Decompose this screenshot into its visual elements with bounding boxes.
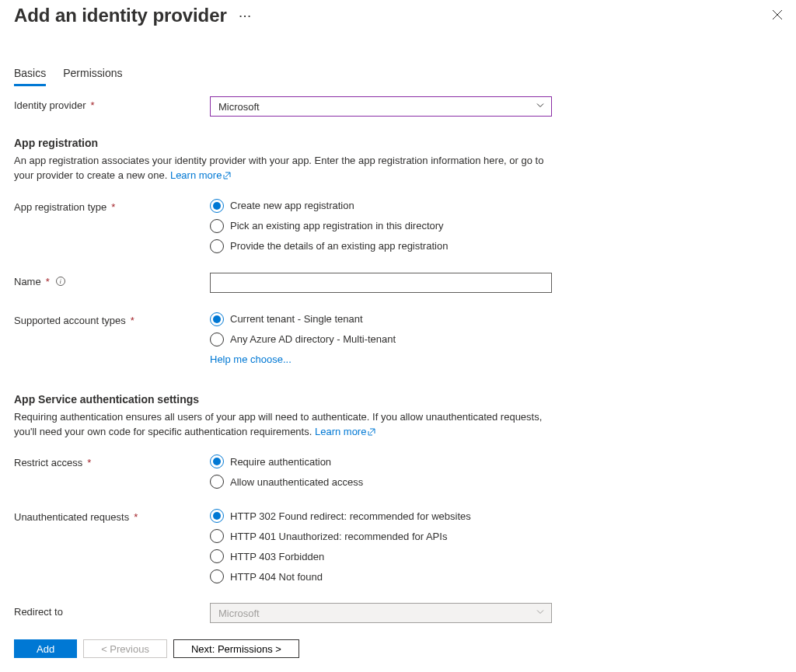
radio-icon — [210, 219, 224, 233]
radio-require-auth[interactable]: Require authentication — [210, 454, 363, 469]
field-app-registration-type: App registration type* Create new app re… — [14, 198, 782, 254]
field-identity-provider: Identity provider* Microsoft — [14, 96, 782, 117]
radio-provide-details[interactable]: Provide the details of an existing app r… — [210, 239, 448, 254]
name-label: Name* i — [14, 273, 210, 287]
radio-allow-unauth[interactable]: Allow unauthenticated access — [210, 474, 363, 489]
auth-settings-heading: App Service authentication settings — [14, 393, 782, 406]
required-marker: * — [87, 457, 91, 468]
tabs: Basics Permissions — [14, 67, 782, 85]
link-text: Learn more — [315, 426, 366, 437]
radio-label: Pick an existing app registration in thi… — [230, 220, 444, 232]
field-name: Name* i — [14, 273, 782, 293]
radio-http-404[interactable]: HTTP 404 Not found — [210, 569, 471, 584]
add-button[interactable]: Add — [14, 639, 77, 658]
external-link-icon — [368, 426, 375, 440]
radio-icon — [210, 569, 224, 583]
radio-icon — [210, 454, 224, 468]
select-value: Microsoft — [218, 101, 260, 113]
close-button[interactable] — [766, 5, 788, 26]
radio-single-tenant[interactable]: Current tenant - Single tenant — [210, 312, 396, 327]
app-registration-heading: App registration — [14, 137, 782, 149]
supported-account-types-label: Supported account types* — [14, 312, 210, 326]
required-marker: * — [111, 201, 115, 213]
link-text: Learn more — [170, 169, 222, 181]
label-text: Name — [14, 276, 41, 287]
redirect-to-select: Microsoft — [210, 603, 552, 623]
supported-account-types-radios: Current tenant - Single tenant Any Azure… — [210, 312, 396, 365]
tab-basics[interactable]: Basics — [14, 67, 46, 86]
label-text: Redirect to — [14, 606, 63, 618]
select-value: Microsoft — [218, 608, 260, 619]
radio-label: Allow unauthenticated access — [230, 476, 363, 488]
radio-icon — [210, 199, 224, 213]
radio-icon — [210, 529, 224, 543]
chevron-down-icon — [536, 101, 545, 113]
radio-label: HTTP 403 Forbidden — [230, 551, 324, 562]
learn-more-link-auth[interactable]: Learn more — [315, 426, 375, 437]
radio-icon — [210, 333, 224, 346]
learn-more-link-app-reg[interactable]: Learn more — [170, 169, 231, 181]
radio-icon — [210, 239, 224, 253]
field-restrict-access: Restrict access* Require authentication … — [14, 454, 782, 489]
radio-icon — [210, 509, 224, 523]
label-text: App registration type — [14, 201, 106, 213]
radio-label: Any Azure AD directory - Multi-tenant — [230, 333, 396, 345]
dialog-add-identity-provider: Add an identity provider ··· Basics Perm… — [0, 0, 796, 672]
radio-label: Current tenant - Single tenant — [230, 313, 363, 325]
radio-multi-tenant[interactable]: Any Azure AD directory - Multi-tenant — [210, 332, 396, 347]
radio-icon — [210, 312, 224, 326]
radio-label: Create new app registration — [230, 200, 354, 211]
previous-button: < Previous — [83, 639, 167, 658]
identity-provider-select[interactable]: Microsoft — [210, 96, 552, 117]
radio-label: Provide the details of an existing app r… — [230, 240, 448, 252]
desc-text: An app registration associates your iden… — [14, 155, 543, 181]
radio-label: HTTP 302 Found redirect: recommended for… — [230, 510, 471, 522]
required-marker: * — [91, 99, 95, 111]
label-text: Unauthenticated requests — [14, 511, 129, 523]
field-unauthenticated-requests: Unauthenticated requests* HTTP 302 Found… — [14, 508, 782, 584]
restrict-access-label: Restrict access* — [14, 454, 210, 468]
radio-http-401[interactable]: HTTP 401 Unauthorized: recommended for A… — [210, 528, 471, 544]
app-registration-type-label: App registration type* — [14, 198, 210, 213]
radio-label: Require authentication — [230, 456, 331, 468]
page-title: Add an identity provider — [14, 5, 227, 26]
desc-text: Requiring authentication ensures all use… — [14, 411, 542, 437]
required-marker: * — [134, 511, 138, 523]
close-icon — [772, 9, 783, 23]
app-registration-type-radios: Create new app registration Pick an exis… — [210, 198, 448, 254]
external-link-icon — [223, 169, 231, 184]
tab-permissions[interactable]: Permissions — [63, 67, 122, 86]
dialog-header: Add an identity provider ··· — [14, 0, 782, 26]
redirect-to-label: Redirect to — [14, 603, 210, 618]
auth-settings-desc: Requiring authentication ensures all use… — [14, 410, 558, 440]
radio-create-new[interactable]: Create new app registration — [210, 198, 448, 214]
radio-http-302[interactable]: HTTP 302 Found redirect: recommended for… — [210, 508, 471, 524]
restrict-access-radios: Require authentication Allow unauthentic… — [210, 454, 363, 489]
unauthenticated-requests-radios: HTTP 302 Found redirect: recommended for… — [210, 508, 471, 584]
help-me-choose-link[interactable]: Help me choose... — [210, 353, 396, 365]
field-supported-account-types: Supported account types* Current tenant … — [14, 312, 782, 365]
label-text: Restrict access — [14, 457, 82, 468]
dialog-content: Identity provider* Microsoft App registr… — [14, 85, 782, 630]
next-button[interactable]: Next: Permissions > — [173, 639, 299, 658]
radio-label: HTTP 404 Not found — [230, 571, 323, 583]
radio-label: HTTP 401 Unauthorized: recommended for A… — [230, 531, 447, 542]
label-text: Identity provider — [14, 99, 86, 111]
radio-icon — [210, 475, 224, 489]
radio-http-403[interactable]: HTTP 403 Forbidden — [210, 548, 471, 564]
app-registration-desc: An app registration associates your iden… — [14, 154, 558, 184]
chevron-down-icon — [536, 608, 545, 619]
identity-provider-label: Identity provider* — [14, 96, 210, 111]
radio-pick-existing[interactable]: Pick an existing app registration in thi… — [210, 218, 448, 234]
unauthenticated-requests-label: Unauthenticated requests* — [14, 508, 210, 523]
required-marker: * — [46, 276, 50, 287]
info-icon[interactable]: i — [56, 277, 65, 286]
radio-icon — [210, 549, 224, 563]
required-marker: * — [131, 315, 134, 326]
name-input[interactable] — [210, 273, 552, 293]
label-text: Supported account types — [14, 315, 126, 326]
field-redirect-to: Redirect to Microsoft — [14, 603, 782, 623]
dialog-footer: Add < Previous Next: Permissions > — [14, 630, 782, 664]
more-icon[interactable]: ··· — [239, 10, 253, 22]
